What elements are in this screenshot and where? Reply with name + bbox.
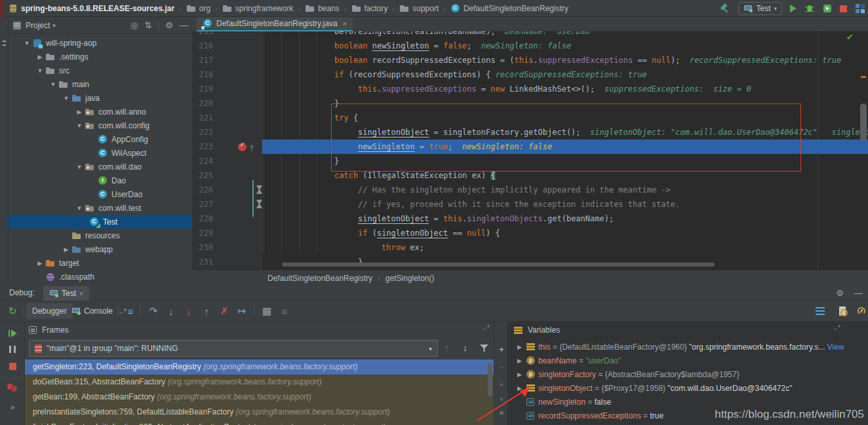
- breadcrumb-item[interactable]: factory: [351, 3, 388, 14]
- expand-arrow-icon[interactable]: ▶: [517, 358, 526, 364]
- frame-down-icon[interactable]: ↓: [463, 342, 467, 353]
- thread-selector[interactable]: "main"@1 in group "main": RUNNING ▾: [29, 340, 438, 357]
- line-number[interactable]: 218: [192, 67, 213, 82]
- hide-frames-icon[interactable]: →*: [481, 324, 490, 331]
- tree-collapsed-icon[interactable]: ▶: [61, 246, 71, 253]
- code-line[interactable]: // Has the singleton object implicitly a…: [262, 183, 868, 197]
- tab-console[interactable]: Console →*: [66, 303, 132, 319]
- tree-collapsed-icon[interactable]: ▶: [35, 54, 45, 60]
- line-number[interactable]: 219: [192, 82, 213, 96]
- code-line-current[interactable]: newSingleton = true; newSingleton: false: [262, 139, 868, 154]
- code-line[interactable]: }: [262, 96, 868, 111]
- line-number[interactable]: 229: [192, 226, 213, 240]
- tree-expanded-icon[interactable]: ▼: [74, 205, 85, 212]
- stop-button[interactable]: [840, 5, 847, 12]
- collapse-all-icon[interactable]: ⇅: [144, 20, 151, 30]
- frame-row[interactable]: doGetBean:315, AbstractBeanFactory (org.…: [25, 375, 494, 390]
- line-number[interactable]: 228: [192, 212, 213, 226]
- tree-expanded-icon[interactable]: ▼: [48, 81, 58, 88]
- tree-expanded-icon[interactable]: ▼: [61, 95, 71, 102]
- frame-row[interactable]: finishBeanFactoryInitialization:869, Abs…: [25, 420, 494, 425]
- code-line[interactable]: // if yes, proceed with it since the exc…: [262, 197, 868, 212]
- frame-row[interactable]: getBean:199, AbstractBeanFactory (org.sp…: [25, 390, 494, 405]
- frame-row[interactable]: getSingleton:223, DefaultSingletonBeanRe…: [25, 360, 494, 375]
- tree-expanded-icon[interactable]: ▼: [22, 40, 32, 46]
- line-number[interactable]: 223: [192, 139, 213, 154]
- tree-item[interactable]: ▶webapp: [9, 242, 192, 256]
- tree-expanded-icon[interactable]: ▼: [74, 164, 85, 170]
- tree-expanded-icon[interactable]: ▼: [74, 122, 85, 129]
- tree-item[interactable]: UserDao: [9, 187, 192, 201]
- breadcrumb-item[interactable]: support: [399, 3, 439, 14]
- hide-panel-icon[interactable]: —: [180, 20, 188, 30]
- remove-watch-icon[interactable]: −: [494, 363, 509, 372]
- expand-arrow-icon[interactable]: ▶: [517, 344, 526, 350]
- memory-gauge-icon[interactable]: [854, 304, 868, 318]
- build-hammer-icon[interactable]: [719, 3, 730, 14]
- breadcrumb-item[interactable]: org: [186, 3, 210, 14]
- stop-icon[interactable]: [0, 363, 25, 370]
- step-over-icon[interactable]: ↷: [146, 304, 161, 318]
- breadcrumb-method[interactable]: getSingleton(): [385, 274, 435, 283]
- expand-arrow-icon[interactable]: ▶: [517, 371, 526, 378]
- line-number[interactable]: 227: [192, 197, 213, 212]
- frames-scrollbar[interactable]: [488, 363, 492, 396]
- more-icon[interactable]: »: [0, 403, 25, 412]
- tree-item[interactable]: ▶.settings: [9, 50, 192, 64]
- frame-row[interactable]: preInstantiateSingletons:759, DefaultLis…: [25, 405, 494, 420]
- breakpoint-icon[interactable]: [238, 143, 247, 151]
- step-out-icon[interactable]: ↑: [199, 304, 214, 318]
- view-link[interactable]: View: [825, 342, 844, 352]
- tree-item[interactable]: ▼src: [9, 64, 192, 77]
- rerun-icon[interactable]: ↻: [5, 304, 20, 318]
- tree-item[interactable]: AppConfig: [9, 132, 192, 146]
- chevron-down-icon[interactable]: ▾: [52, 22, 56, 29]
- move-down-icon[interactable]: ▼: [494, 396, 509, 403]
- run-with-coverage-button[interactable]: [823, 4, 832, 13]
- frame-up-icon[interactable]: ↑: [444, 342, 449, 353]
- variable-row[interactable]: ▶singletonFactory = {AbstractBeanFactory…: [508, 367, 868, 381]
- breadcrumb-item[interactable]: beans: [305, 3, 340, 14]
- tree-collapsed-icon[interactable]: ▶: [74, 109, 85, 115]
- tool-windows-icon[interactable]: [855, 3, 865, 14]
- debug-button[interactable]: [804, 3, 815, 14]
- code-line[interactable]: }: [262, 154, 868, 168]
- expand-arrow-icon[interactable]: ▶: [517, 385, 526, 392]
- tree-item[interactable]: ▼will-spring-aop: [9, 36, 192, 50]
- search-document-icon[interactable]: [835, 304, 850, 318]
- code-area[interactable]: beforeSingletonCreation(beanName); beanN…: [192, 31, 868, 270]
- code-line[interactable]: boolean newSingleton = false; newSinglet…: [262, 39, 868, 53]
- code-line[interactable]: }: [262, 255, 868, 269]
- horizontal-scrollbar[interactable]: [282, 263, 715, 267]
- force-step-into-icon[interactable]: ↓: [181, 304, 197, 318]
- debug-session-tab[interactable]: Test ×: [43, 286, 89, 301]
- tree-item[interactable]: ▶target: [9, 256, 192, 270]
- filter-funnel-icon[interactable]: [480, 344, 488, 352]
- breadcrumb-item[interactable]: spring-beans-5.0.8.RELEASE-sources.jar: [8, 3, 174, 14]
- inspections-ok-icon[interactable]: ✔: [846, 32, 854, 42]
- line-number[interactable]: 217: [192, 53, 213, 67]
- resume-icon[interactable]: [0, 329, 25, 337]
- line-number[interactable]: 230: [192, 240, 213, 255]
- close-icon[interactable]: ×: [79, 290, 83, 297]
- tree-item[interactable]: ▼java: [9, 91, 192, 105]
- line-number[interactable]: 231: [192, 255, 213, 269]
- threads-view-icon[interactable]: [813, 304, 827, 318]
- hide-panel-icon[interactable]: —: [854, 288, 863, 298]
- code-line[interactable]: catch (IllegalStateException ex) {: [262, 168, 868, 183]
- variable-row[interactable]: newSingleton = false: [508, 395, 868, 409]
- close-icon[interactable]: ×: [343, 20, 347, 28]
- pause-icon[interactable]: [0, 346, 25, 353]
- tree-item[interactable]: ▼main: [9, 77, 192, 91]
- line-number[interactable]: 215: [192, 31, 213, 39]
- gear-icon[interactable]: ⚙: [165, 20, 173, 30]
- locate-icon[interactable]: ◎: [130, 20, 138, 30]
- tree-item[interactable]: Test: [9, 215, 192, 229]
- code-line[interactable]: throw ex;: [262, 240, 868, 255]
- add-watch-icon[interactable]: +: [494, 345, 509, 354]
- line-number[interactable]: 222: [192, 125, 213, 139]
- run-to-cursor-icon[interactable]: ↦: [234, 304, 250, 318]
- run-button[interactable]: [790, 5, 797, 12]
- run-configuration-select[interactable]: Test ▾: [738, 2, 782, 15]
- tree-collapsed-icon[interactable]: ▶: [35, 260, 45, 267]
